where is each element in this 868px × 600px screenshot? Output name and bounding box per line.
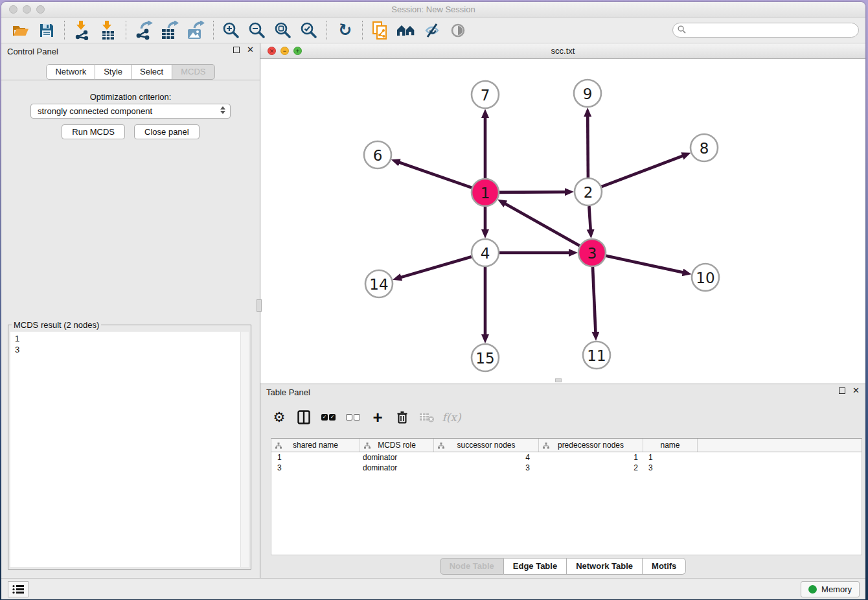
column-menu-icon[interactable]: [364, 442, 371, 451]
result-scrollbar[interactable]: [240, 332, 249, 567]
graph-edge-3-1[interactable]: [505, 203, 580, 246]
function-builder-button[interactable]: f(x): [439, 406, 464, 429]
export-network-button[interactable]: [131, 19, 157, 41]
export-image-button[interactable]: [183, 19, 209, 41]
cell-successor-nodes[interactable]: 3: [434, 463, 539, 473]
graph-edge-1-2[interactable]: [499, 192, 566, 192]
graph-node-11[interactable]: 11: [583, 341, 610, 369]
column-header-predecessor-nodes[interactable]: predecessor nodes: [539, 439, 643, 452]
column-menu-icon[interactable]: [438, 442, 444, 451]
main-toolbar: ↻: [1, 17, 865, 43]
graph-node-6[interactable]: 6: [364, 141, 391, 168]
network-graph[interactable]: 1234678910111415: [260, 59, 864, 384]
graph-edge-2-3[interactable]: [589, 206, 590, 231]
run-mcds-button[interactable]: Run MCDS: [62, 124, 125, 139]
save-session-button[interactable]: [34, 19, 60, 41]
graph-node-3[interactable]: 3: [578, 239, 606, 266]
memory-button[interactable]: Memory: [801, 581, 860, 597]
graph-edge-1-6[interactable]: [398, 162, 472, 188]
tab-edge-table[interactable]: Edge Table: [504, 558, 567, 575]
float-table-panel-icon[interactable]: [839, 387, 845, 394]
criterion-select-value: strongly connected component: [38, 106, 152, 116]
delete-table-button[interactable]: [415, 406, 439, 429]
panel-splitter-handle[interactable]: [257, 299, 262, 312]
add-column-button[interactable]: +: [365, 406, 390, 429]
close-table-panel-icon[interactable]: ✕: [852, 387, 860, 394]
close-panel-icon[interactable]: ✕: [247, 47, 254, 53]
clone-network-button[interactable]: [367, 19, 393, 41]
graph-node-10[interactable]: 10: [692, 264, 719, 291]
tab-network[interactable]: Network: [46, 64, 95, 80]
network-minimize-button[interactable]: −: [280, 47, 289, 55]
graph-node-14[interactable]: 14: [365, 270, 393, 297]
cell-predecessor-nodes[interactable]: 2: [539, 463, 643, 473]
graph-edge-4-14[interactable]: [400, 257, 472, 277]
column-menu-icon[interactable]: [543, 442, 549, 451]
network-maximize-button[interactable]: +: [293, 47, 302, 55]
home-view-icon: [396, 23, 416, 38]
close-window-button[interactable]: [9, 5, 17, 14]
column-header-MCDS-role[interactable]: MCDS role: [360, 439, 434, 452]
graph-edge-2-8[interactable]: [602, 156, 684, 187]
cell-shared-name[interactable]: 3: [271, 463, 360, 473]
cell-shared-name[interactable]: 1: [271, 452, 360, 463]
select-all-columns-button[interactable]: ✓✓: [316, 406, 341, 429]
cell-MCDS-role[interactable]: dominator: [360, 463, 434, 473]
column-header-name[interactable]: name: [643, 439, 698, 452]
network-resize-handle[interactable]: [555, 378, 562, 382]
zoom-in-button[interactable]: [218, 19, 244, 41]
delete-column-button[interactable]: [390, 406, 415, 429]
import-table-button[interactable]: [95, 19, 121, 41]
graph-edge-2-9[interactable]: [588, 115, 588, 178]
table-row[interactable]: 1dominator411: [271, 452, 862, 463]
tab-style[interactable]: Style: [95, 64, 131, 80]
graph-node-8[interactable]: 8: [691, 134, 718, 161]
cell-predecessor-nodes[interactable]: 1: [539, 452, 643, 463]
control-panel-tabs: NetworkStyleSelectMCDS: [1, 60, 260, 80]
column-header-successor-nodes[interactable]: successor nodes: [434, 439, 539, 452]
tab-select[interactable]: Select: [131, 64, 172, 80]
cell-name[interactable]: 3: [643, 463, 698, 473]
criterion-select[interactable]: strongly connected component: [30, 104, 231, 119]
minimize-window-button[interactable]: [23, 5, 31, 14]
network-close-button[interactable]: ✕: [268, 47, 276, 55]
export-table-button[interactable]: [157, 19, 183, 41]
graph-node-7[interactable]: 7: [472, 81, 499, 108]
network-canvas[interactable]: 1234678910111415: [260, 59, 865, 384]
graph-node-9[interactable]: 9: [574, 80, 601, 107]
refresh-layout-button[interactable]: ↻: [332, 19, 358, 41]
open-file-button[interactable]: [8, 19, 34, 41]
graph-edge-3-11[interactable]: [593, 267, 596, 333]
show-details-button[interactable]: [445, 19, 471, 41]
maximize-window-button[interactable]: [36, 5, 45, 14]
zoom-out-button[interactable]: [244, 19, 270, 41]
tab-network-table[interactable]: Network Table: [567, 558, 643, 575]
tab-motifs[interactable]: Motifs: [643, 558, 686, 575]
cell-MCDS-role[interactable]: dominator: [360, 452, 434, 463]
table-row[interactable]: 3dominator323: [271, 463, 862, 473]
table-settings-button[interactable]: ⚙: [267, 406, 291, 429]
float-panel-icon[interactable]: [233, 47, 240, 53]
deselect-all-columns-button[interactable]: [341, 406, 365, 429]
close-panel-button[interactable]: Close panel: [134, 124, 200, 139]
search-input[interactable]: [672, 23, 859, 38]
split-columns-button[interactable]: [291, 406, 316, 429]
home-view-button[interactable]: [393, 19, 419, 41]
graph-node-1[interactable]: 1: [472, 179, 499, 206]
zoom-selected-button[interactable]: [296, 19, 322, 41]
import-network-button[interactable]: [69, 19, 95, 41]
zoom-fit-button[interactable]: [270, 19, 296, 41]
hide-details-button[interactable]: [419, 19, 445, 41]
task-history-button[interactable]: [8, 581, 29, 597]
column-menu-icon[interactable]: [275, 442, 282, 451]
cell-successor-nodes[interactable]: 4: [434, 452, 539, 463]
tab-node-table[interactable]: Node Table: [440, 558, 504, 575]
graph-edge-3-10[interactable]: [606, 256, 684, 273]
column-header-shared-name[interactable]: shared name: [271, 439, 360, 452]
mcds-result-list[interactable]: 13: [10, 332, 249, 567]
graph-node-4[interactable]: 4: [472, 239, 499, 266]
graph-node-2[interactable]: 2: [575, 178, 602, 205]
graph-node-15[interactable]: 15: [472, 344, 499, 371]
cell-name[interactable]: 1: [643, 452, 698, 463]
tab-mcds[interactable]: MCDS: [172, 64, 214, 80]
